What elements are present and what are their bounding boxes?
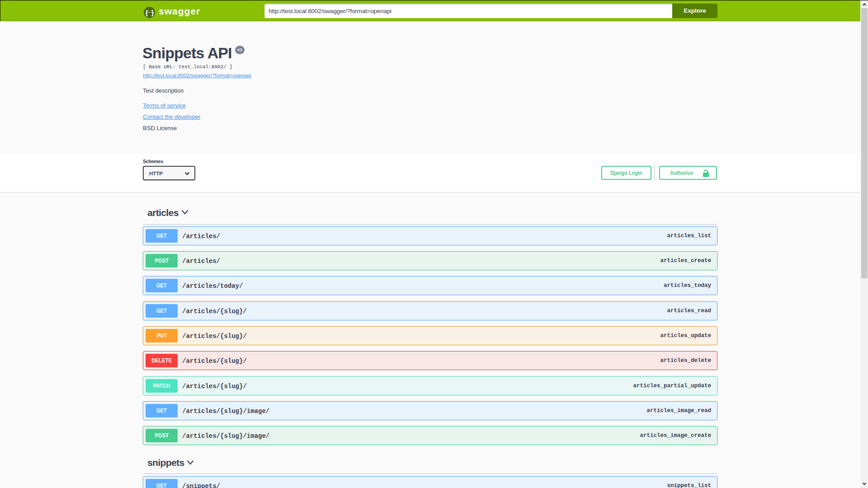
svg-text:}: } [151,9,154,16]
